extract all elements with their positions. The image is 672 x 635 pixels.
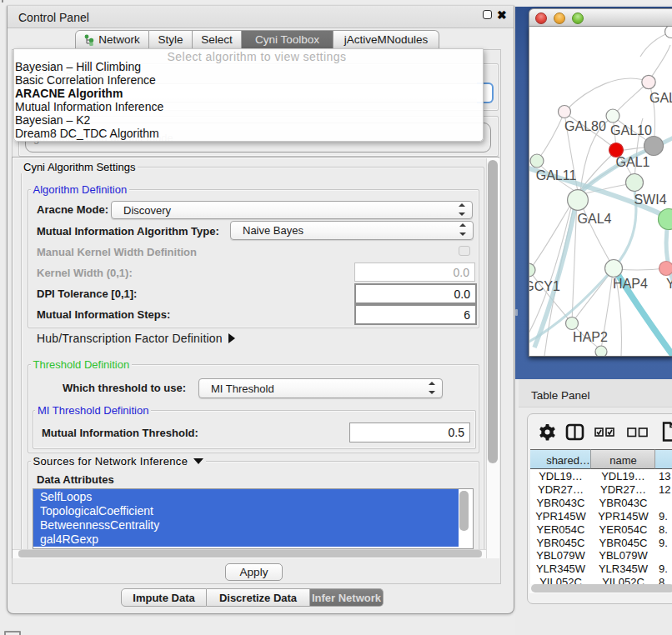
svg-text:GAL10: GAL10 <box>610 123 652 138</box>
svg-text:HAP4: HAP4 <box>613 277 648 291</box>
svg-text:GCY1: GCY1 <box>529 279 560 293</box>
svg-text:SWI4: SWI4 <box>634 192 666 207</box>
svg-text:Y: Y <box>666 277 672 291</box>
svg-text:GAL4: GAL4 <box>578 212 612 226</box>
svg-text:GAL11: GAL11 <box>536 168 577 182</box>
svg-text:HAP2: HAP2 <box>573 330 608 344</box>
svg-text:GAL1: GAL1 <box>616 155 650 169</box>
svg-text:GAL2: GAL2 <box>649 91 672 105</box>
svg-text:GAL80: GAL80 <box>564 119 606 133</box>
